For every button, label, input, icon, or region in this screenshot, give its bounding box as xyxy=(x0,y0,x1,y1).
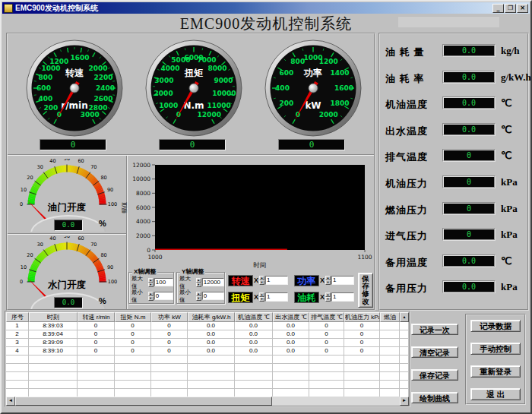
svg-text:1100: 1100 xyxy=(357,254,372,261)
table-cell: 0.0 xyxy=(235,339,273,347)
power-curve-control: 功率X▲▼1 xyxy=(294,274,354,286)
header-scroll-arrow-button[interactable]: ▲ xyxy=(400,312,409,322)
table-cell xyxy=(151,356,188,364)
table-cell xyxy=(6,372,29,381)
svg-text:9000: 9000 xyxy=(214,77,233,84)
table-cell: 0 xyxy=(151,330,188,339)
scroll-left-button[interactable]: ◄ xyxy=(6,397,15,406)
save-modify-button[interactable]: 保存修改 xyxy=(358,273,373,308)
fuel-pressure-value-box[interactable]: 0 xyxy=(442,202,496,215)
table-cell xyxy=(6,356,29,364)
horizontal-scrollbar[interactable]: ◄ ► xyxy=(6,397,409,406)
throttle-opening-label: 油门开度 xyxy=(9,201,125,214)
torque-curve-label[interactable]: 扭矩 xyxy=(228,292,253,303)
fuel-consumption-value-box[interactable]: 0.0 xyxy=(442,44,496,57)
table-row[interactable] xyxy=(6,372,409,381)
torque-multiplier-spinner[interactable]: ▲▼ xyxy=(259,292,264,302)
table-row[interactable]: 18:39:030000.00.00.000 xyxy=(6,322,409,330)
table-cell: 8:39:03 xyxy=(29,322,78,330)
table-cell xyxy=(115,356,151,364)
x-axis-min-spinner[interactable]: ▲▼ xyxy=(148,292,154,301)
table-cell: 0 xyxy=(309,339,344,347)
table-cell xyxy=(115,372,151,381)
y-axis-min-input[interactable]: 0 xyxy=(202,292,224,300)
svg-text:kW: kW xyxy=(305,100,321,111)
clear-records-button[interactable]: 清空记录 xyxy=(411,346,458,358)
scroll-right-button[interactable]: ► xyxy=(400,397,409,406)
spare-temperature-value-box[interactable]: 0.0 xyxy=(442,254,496,267)
y-axis-min-spinner[interactable]: ▲▼ xyxy=(196,292,201,301)
table-row[interactable]: 28:39:040000.00.00.000 xyxy=(6,330,409,339)
record-data-button[interactable]: 记录数据 xyxy=(470,320,521,332)
spare-pressure-value-box[interactable]: 0.0 xyxy=(442,280,496,293)
fuel-rate-value-box[interactable]: 0.0 xyxy=(442,71,496,84)
table-row[interactable]: 38:39:090000.00.00.000 xyxy=(6,339,409,347)
svg-text:80: 80 xyxy=(100,175,106,181)
exit-button[interactable]: 退 出 xyxy=(470,388,521,400)
table-row[interactable]: 48:39:100000.00.00.000 xyxy=(6,347,409,356)
table-cell xyxy=(400,347,409,356)
svg-text:600: 600 xyxy=(36,84,51,92)
table-cell xyxy=(29,356,78,364)
exhaust-temperature-value-box[interactable]: 0 xyxy=(442,149,496,162)
table-cell: 3 xyxy=(6,339,29,347)
svg-text:0: 0 xyxy=(147,247,150,254)
speed-multiplier-spinner[interactable]: ▲▼ xyxy=(259,276,264,285)
power-multiplier-spinner[interactable]: ▲▼ xyxy=(325,276,331,285)
x-axis-max-spinner[interactable]: ▲▼ xyxy=(148,278,154,287)
column-header: 转速 r/min xyxy=(78,312,115,322)
fuel-pressure-unit: kPa xyxy=(501,203,518,215)
scrollbar-thumb[interactable] xyxy=(15,397,272,406)
record-once-button[interactable]: 记录一次 xyxy=(411,324,458,335)
column-header: 油耗率 g/kW.h xyxy=(188,312,235,322)
table-cell: 8:39:09 xyxy=(29,339,78,347)
minimize-button[interactable]: _ xyxy=(492,4,504,13)
water-out-temperature-value-box[interactable]: 0.0 xyxy=(442,123,496,136)
fuel-multiplier-spinner[interactable]: ▲▼ xyxy=(325,292,331,302)
svg-text:11000: 11000 xyxy=(207,102,231,109)
table-row[interactable] xyxy=(6,381,409,389)
close-button[interactable]: × xyxy=(517,4,528,13)
table-cell: 0 xyxy=(309,347,344,356)
table-cell xyxy=(380,322,400,330)
oil-pressure-value-box[interactable]: 0 xyxy=(442,175,496,188)
svg-text:1600: 1600 xyxy=(334,84,353,92)
speed-curve-control: 转速X▲▼1 xyxy=(228,274,288,286)
svg-text:4000: 4000 xyxy=(136,218,150,225)
x-axis-min-input[interactable]: 0 xyxy=(154,292,173,300)
spare-pressure-label: 备用压力 xyxy=(385,282,428,295)
maximize-button[interactable]: ❐ xyxy=(505,4,516,13)
x-axis-max-label: 最大值 xyxy=(131,275,148,290)
power-curve-label[interactable]: 功率 xyxy=(294,275,319,286)
table-cell xyxy=(344,364,380,372)
speed-curve-label[interactable]: 转速 xyxy=(228,275,253,286)
speed-multiplier-input[interactable]: 1 xyxy=(265,276,288,285)
draw-curve-button[interactable]: 绘制曲线 xyxy=(411,392,458,403)
x-axis-max-input[interactable]: 100 xyxy=(154,278,173,286)
table-cell xyxy=(115,381,151,389)
save-records-button[interactable]: 保存记录 xyxy=(411,369,458,381)
manual-control-button[interactable]: 手动控制 xyxy=(470,343,521,355)
svg-text:70: 70 xyxy=(90,164,97,170)
titlebar: EMC900发动机控制系统 _ ❐ × xyxy=(2,2,530,14)
intake-pressure-value-box[interactable]: 0 xyxy=(442,228,496,241)
svg-text:10000: 10000 xyxy=(212,90,236,97)
torque-multiplier-input[interactable]: 1 xyxy=(265,292,288,302)
power-multiplier-input[interactable]: 1 xyxy=(331,276,354,285)
fuel-multiplier-input[interactable]: 1 xyxy=(331,292,354,302)
oil-temperature-value-box[interactable]: 0.0 xyxy=(442,96,496,109)
table-cell xyxy=(309,356,344,364)
table-cell xyxy=(78,356,115,364)
table-cell xyxy=(151,381,188,389)
fuel-curve-label[interactable]: 油耗 xyxy=(294,292,319,303)
y-axis-max-input[interactable]: 12000 xyxy=(202,278,224,286)
svg-text:2600: 2600 xyxy=(94,95,113,103)
relogin-button[interactable]: 重新登录 xyxy=(470,365,521,378)
y-axis-max-spinner[interactable]: ▲▼ xyxy=(196,278,201,287)
table-row[interactable] xyxy=(6,364,409,372)
svg-text:3000: 3000 xyxy=(81,111,100,119)
oil-pressure-unit: kPa xyxy=(501,176,518,188)
table-row[interactable] xyxy=(6,356,409,364)
table-cell xyxy=(151,372,188,381)
table-cell: 0 xyxy=(115,347,151,356)
